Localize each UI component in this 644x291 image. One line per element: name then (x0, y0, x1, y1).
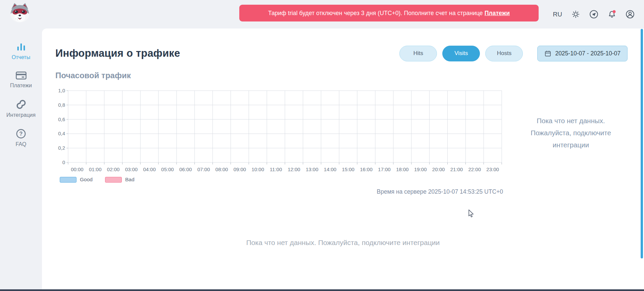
chart-canvas: 00,20,40,60,81,000:0001:0002:0003:0004:0… (51, 82, 514, 181)
svg-text:11:00: 11:00 (270, 166, 282, 172)
banner-payments-link[interactable]: Платежи (485, 10, 510, 17)
svg-text:00:00: 00:00 (71, 166, 84, 172)
metric-tabs: HitsVisitsHosts (399, 46, 523, 61)
svg-text:01:00: 01:00 (89, 166, 102, 172)
svg-text:23:00: 23:00 (486, 166, 499, 172)
svg-text:10:00: 10:00 (251, 166, 264, 172)
sidebar-item-label: Отчеты (12, 54, 30, 60)
top-header: Тариф trial будет отключен через 3 дня (… (0, 0, 644, 29)
trial-warning-banner: Тариф trial будет отключен через 3 дня (… (239, 5, 539, 21)
notification-badge (613, 10, 616, 13)
window-bottom-edge (0, 289, 644, 291)
sidebar-item-faq[interactable]: ?FAQ (0, 129, 42, 147)
toolbar: Информация о трафике HitsVisitsHosts 202… (55, 45, 628, 61)
svg-text:0,6: 0,6 (58, 116, 65, 122)
question-icon: ? (16, 129, 26, 139)
svg-text:?: ? (19, 131, 23, 137)
notifications-bell-icon[interactable] (607, 10, 616, 19)
tab-hits[interactable]: Hits (399, 46, 437, 61)
header-controls: RU (553, 0, 635, 29)
no-data-side-message: Пока что нет данных. Пожалуйста, подключ… (527, 115, 615, 151)
legend-label-good: Good (80, 177, 93, 183)
date-range-button[interactable]: 2025-10-07 - 2025-10-07 (537, 46, 628, 61)
svg-text:14:00: 14:00 (324, 166, 337, 172)
raccoon-logo (7, 2, 32, 23)
svg-text:15:00: 15:00 (342, 166, 355, 172)
sidebar-item-платежи[interactable]: Платежи (0, 71, 42, 89)
legend-swatch-good (60, 177, 77, 183)
credit-card-icon (15, 71, 27, 80)
svg-text:13:00: 13:00 (306, 166, 318, 172)
telegram-icon[interactable] (589, 10, 598, 19)
sidebar-item-label: Интеграция (6, 112, 36, 118)
sidebar-item-label: FAQ (15, 141, 26, 147)
svg-text:08:00: 08:00 (215, 166, 228, 172)
server-time: Время на сервере 2025-10-07 14:53:25 UTC… (55, 188, 503, 195)
sidebar-item-label: Платежи (10, 83, 32, 89)
svg-text:05:00: 05:00 (161, 166, 174, 172)
main-panel: Информация о трафике HitsVisitsHosts 202… (42, 29, 644, 289)
chart-section-title: Почасовой трафик (55, 71, 131, 80)
svg-text:16:00: 16:00 (360, 166, 373, 172)
svg-text:0,4: 0,4 (58, 131, 65, 136)
svg-text:0,8: 0,8 (58, 102, 65, 108)
svg-text:19:00: 19:00 (414, 166, 427, 172)
svg-text:02:00: 02:00 (107, 166, 120, 172)
svg-text:12:00: 12:00 (288, 166, 300, 172)
chart-legend: GoodBad (60, 177, 135, 183)
sidebar-item-отчеты[interactable]: Отчеты (0, 42, 42, 60)
page-title: Информация о трафике (55, 47, 399, 59)
link-icon (16, 99, 27, 110)
sidebar-item-интеграция[interactable]: Интеграция (0, 99, 42, 118)
banner-text: Тариф trial будет отключен через 3 дня (… (268, 10, 485, 17)
svg-text:0,2: 0,2 (58, 145, 65, 151)
svg-text:17:00: 17:00 (378, 166, 391, 172)
legend-swatch-bad (105, 177, 122, 183)
svg-text:20:00: 20:00 (432, 166, 445, 172)
calendar-icon (544, 50, 551, 57)
bar-chart-icon (16, 42, 26, 52)
svg-text:03:00: 03:00 (125, 166, 138, 172)
svg-text:22:00: 22:00 (468, 166, 481, 172)
tab-hosts[interactable]: Hosts (485, 46, 523, 61)
date-range-value: 2025-10-07 - 2025-10-07 (555, 50, 621, 57)
sidebar-nav: Отчеты Платежи Интеграция ?FAQ (0, 29, 42, 289)
theme-sun-icon[interactable] (571, 10, 580, 19)
vertical-scrollbar[interactable] (641, 29, 643, 258)
svg-text:18:00: 18:00 (396, 166, 409, 172)
svg-text:1,0: 1,0 (58, 88, 65, 93)
hourly-traffic-chart: 00,20,40,60,81,000:0001:0002:0003:0004:0… (51, 82, 514, 181)
profile-icon[interactable] (626, 10, 635, 19)
svg-text:0: 0 (62, 159, 65, 165)
no-data-bottom-message: Пока что нет данных. Пожалуйста, подключ… (42, 239, 644, 247)
svg-text:04:00: 04:00 (143, 166, 156, 172)
language-switcher[interactable]: RU (553, 11, 562, 18)
svg-text:21:00: 21:00 (450, 166, 463, 172)
tab-visits[interactable]: Visits (442, 46, 480, 61)
svg-text:06:00: 06:00 (179, 166, 192, 172)
svg-text:09:00: 09:00 (234, 166, 246, 172)
svg-text:07:00: 07:00 (197, 166, 210, 172)
legend-label-bad: Bad (125, 177, 135, 183)
